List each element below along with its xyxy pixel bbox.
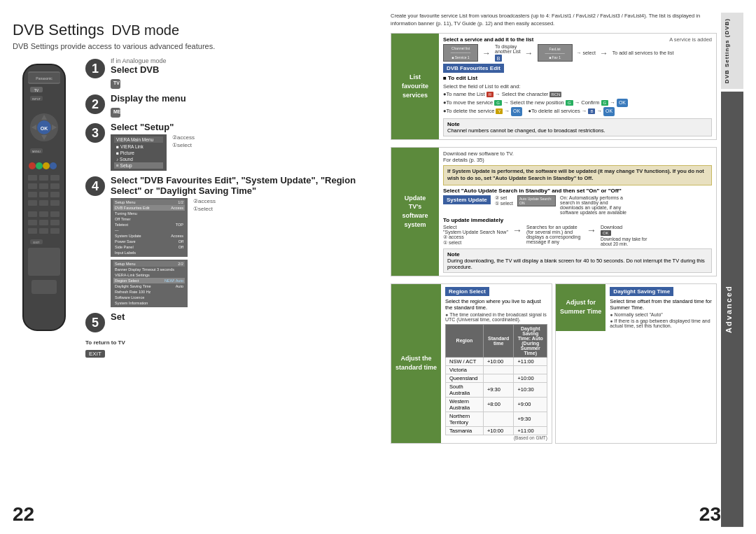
title-text: DVB Settings — [13, 21, 104, 38]
dvb-fav-edit-badge: DVB Favourites Edit — [443, 64, 504, 73]
region-inner: Adjust the standard time Region Select S… — [391, 284, 552, 443]
download-flow: Download OK Download may take for about … — [601, 225, 650, 246]
exit-button: EXIT — [85, 350, 105, 358]
table-row: Queensland +10:00 — [446, 374, 547, 382]
step-1-sublabel: If in Analogue mode — [111, 57, 384, 64]
daylight-section: Adjust for Summer Time Daylight Saving T… — [555, 283, 717, 444]
title-mode: DVB mode — [111, 22, 179, 38]
region-desc: Select the region where you live to adju… — [445, 298, 547, 311]
select-now: Select — [443, 225, 508, 230]
step-3-label: Select "Setup" — [111, 122, 384, 132]
svg-rect-35 — [50, 211, 59, 217]
searches-text: Searches for an update (for several min.… — [526, 225, 582, 244]
region-label: Adjust the standard time — [391, 284, 441, 443]
dst-tas: +11:00 — [514, 426, 547, 435]
select-step: ① select — [443, 240, 508, 246]
right-arrow-3: → — [600, 48, 608, 58]
step-3-content: Select "Setup" VIERA Main Menu ■VIERA Li… — [111, 122, 384, 171]
svg-rect-26 — [50, 183, 59, 189]
tvs-text: TV's — [396, 202, 435, 211]
list-favourite-body: Select a service and add it to the list … — [439, 34, 716, 139]
step4-select: ①select — [193, 206, 216, 212]
steps-list: 1 If in Analogue mode Select DVB TV 2 Di… — [85, 57, 384, 358]
edit-inst-2: ●To name the List R → Select the charact… — [443, 90, 712, 98]
picture-item: ■ Picture — [114, 150, 163, 156]
region-tas: Tasmania — [446, 426, 484, 435]
daylight-bullet1: ●Normally select "Auto" — [610, 312, 712, 317]
system-text: system — [396, 220, 435, 230]
step-1: 1 If in Analogue mode Select DVB TV — [85, 57, 384, 89]
setup-menu-2: Setup Menu2/2 Banner Display Timeout 3 s… — [111, 260, 188, 307]
update-body: Download new software to TV.For details … — [439, 148, 716, 276]
sound-item: ♪ Sound — [114, 156, 163, 162]
region-nsw: NSW / ACT — [446, 357, 484, 365]
svg-rect-32 — [50, 200, 59, 206]
advanced-sidebar-label: Advanced — [721, 92, 743, 527]
step-1-label: Select DVB — [111, 64, 384, 75]
update-text: Update — [396, 194, 435, 203]
region-daylight-row: Adjust the standard time Region Select S… — [391, 283, 717, 444]
update-label: Update TV's software system — [391, 148, 439, 276]
step4-menus: Setup Menu1/2 DVB Favourites EditAccess … — [111, 198, 188, 307]
setup-menu-1: Setup Menu1/2 DVB Favourites EditAccess … — [111, 198, 188, 257]
dst-wa: +9:00 — [514, 397, 547, 412]
access-label: ②access — [172, 134, 195, 141]
daylight-bullet1-text: Normally select "Auto" — [615, 312, 663, 317]
table-row: NSW / ACT +10:00 +11:00 — [446, 357, 547, 365]
select-service-row: Select a service and add it to the list … — [443, 36, 712, 43]
svg-rect-27 — [28, 192, 37, 197]
update-note-box: Note During downloading, the TV will dis… — [443, 248, 712, 273]
svg-rect-30 — [28, 200, 37, 206]
daylight-bullet2: ●If there is a gap between displayed tim… — [610, 318, 712, 328]
daylight-bullet2-text: If there is a gap between displayed time… — [610, 318, 710, 328]
std-nsw: +10:00 — [483, 357, 514, 365]
standard-time: standard time — [396, 363, 437, 372]
b-button: B — [495, 55, 502, 62]
fav-note-box: Note Channel numbers cannot be changed, … — [443, 118, 712, 136]
auto-steps: ② set ① select — [495, 195, 513, 206]
page-title: DVB Settings DVB mode — [13, 13, 384, 39]
to-update-title: To update immediately — [443, 217, 712, 223]
step-4: 4 Select "DVB Favourites Edit", "System … — [85, 175, 384, 307]
step-4-label: Select "DVB Favourites Edit", "System Up… — [111, 175, 384, 196]
dst-sa: +10:30 — [514, 382, 547, 397]
svg-rect-39 — [28, 228, 37, 234]
svg-rect-29 — [50, 192, 59, 197]
software-text: software — [396, 211, 435, 220]
arrow-flow-2: → — [587, 225, 596, 236]
tv-button: TV — [111, 79, 120, 89]
daylight-desc: Select time offset from the standard tim… — [610, 298, 712, 311]
note-title-1: Note — [447, 121, 460, 127]
step-5-label: Set — [111, 311, 384, 322]
step4-arrows: ②access ①select — [193, 198, 216, 212]
svg-rect-21 — [28, 175, 37, 181]
region-qld: Queensland — [446, 374, 484, 382]
flow-middle: To display another List B — [495, 44, 521, 62]
svg-rect-25 — [39, 183, 48, 189]
return-to-tv: To return to TV EXIT — [85, 339, 384, 358]
table-row: Northern Territory +9:30 — [446, 412, 547, 426]
step-5-content: Set — [111, 311, 384, 322]
service-flow: Channel list ──────── ■ Service 1 → To d… — [443, 44, 712, 62]
region-bullet1: ●The time contained in the broadcast sig… — [445, 312, 547, 322]
region-section: Adjust the standard time Region Select S… — [391, 283, 552, 444]
std-wa: +8:00 — [483, 397, 514, 412]
step-2-number: 2 — [85, 94, 105, 114]
arrow-flow-1: → — [512, 225, 522, 236]
warning-box: If System Update is performed, the softw… — [443, 165, 712, 185]
th-std-time: Standard time — [483, 324, 514, 357]
g-btn: G — [494, 100, 502, 106]
step4-access: ②access — [193, 198, 216, 204]
step-1-content: If in Analogue mode Select DVB TV — [111, 57, 384, 89]
daylight-label: Adjust for Summer Time — [556, 284, 606, 331]
daylight-badge: Daylight Saving Time — [610, 287, 673, 296]
favourite-label-text: favourite — [396, 82, 435, 91]
svg-rect-28 — [39, 192, 48, 197]
step-5-number: 5 — [85, 313, 105, 332]
th-dst: Daylight Saving Time: Auto(During Summer… — [514, 324, 547, 357]
select-flow: → select — [577, 50, 596, 55]
dst-qld: +10:00 — [514, 374, 547, 382]
std-vic — [483, 365, 514, 374]
note-title-2: Note — [447, 251, 460, 258]
svg-text:EXIT: EXIT — [34, 241, 40, 244]
